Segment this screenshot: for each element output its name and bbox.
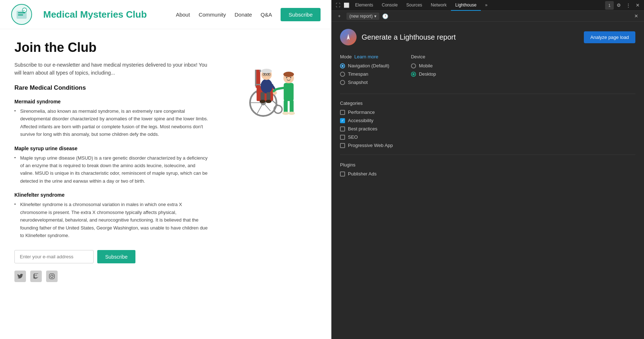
category-pwa[interactable]: Progressive Web App: [340, 143, 635, 148]
svg-point-44: [282, 112, 289, 115]
plugin-publisher-ads[interactable]: Publisher Ads: [340, 171, 635, 177]
rare-conditions-heading: Rare Medical Conditions: [14, 84, 209, 92]
categories-section: Categories Performance Accessibility Bes…: [340, 101, 635, 148]
email-input[interactable]: [14, 250, 94, 263]
condition-title-3: Klinefelter syndrome: [14, 192, 209, 198]
devtools-panel: ⛶ ⬜ Elements Console Sources Network Lig…: [331, 0, 644, 339]
nav-community[interactable]: Community: [198, 12, 226, 18]
mode-snapshot[interactable]: Snapshot: [340, 80, 389, 85]
instagram-icon[interactable]: [46, 271, 58, 282]
tab-more[interactable]: »: [481, 0, 492, 11]
nav-subscribe-button[interactable]: Subscribe: [281, 8, 321, 21]
condition-desc-1: Sirenomelia, also known as mermaid syndr…: [14, 107, 209, 138]
category-best-practices-checkbox[interactable]: [340, 126, 345, 131]
mode-navigation-radio[interactable]: [340, 63, 345, 68]
device-mobile[interactable]: Mobile: [411, 63, 436, 68]
device-radio-group: Mobile Desktop: [411, 63, 436, 77]
category-accessibility[interactable]: Accessibility: [340, 118, 635, 123]
category-best-practices[interactable]: Best practices: [340, 126, 635, 131]
category-seo-checkbox[interactable]: [340, 135, 345, 140]
tab-network[interactable]: Network: [426, 0, 451, 11]
svg-point-28: [268, 74, 269, 75]
tab-lighthouse[interactable]: Lighthouse: [451, 0, 481, 11]
learn-more-link[interactable]: Learn more: [354, 54, 378, 59]
site-content: Join the Club Subscribe to our e-newslet…: [0, 29, 331, 296]
website-preview: + Medical Mysteries Club About Community…: [0, 0, 331, 339]
categories-label: Categories: [340, 101, 635, 106]
hero-image: [216, 40, 317, 121]
plugins-label: Plugins: [340, 162, 635, 168]
svg-point-35: [260, 100, 266, 103]
devtools-settings-icon[interactable]: ⚙: [614, 1, 623, 10]
plugin-publisher-ads-checkbox[interactable]: [340, 171, 345, 177]
svg-rect-6: [49, 274, 54, 279]
devtools-close-icon[interactable]: ✕: [633, 1, 642, 10]
plugins-checkbox-group: Publisher Ads: [340, 171, 635, 177]
twitter-icon[interactable]: [14, 271, 26, 282]
svg-point-24: [261, 79, 273, 93]
devtools-tabbar: ⛶ ⬜ Elements Console Sources Network Lig…: [331, 0, 644, 11]
devtools-more-icon[interactable]: ⋮: [624, 1, 632, 10]
hero-section: Join the Club Subscribe to our e-newslet…: [14, 40, 317, 282]
tab-elements[interactable]: Elements: [351, 0, 377, 11]
hero-text: Join the Club Subscribe to our e-newslet…: [14, 40, 209, 282]
join-title: Join the Club: [14, 40, 209, 55]
device-desktop[interactable]: Desktop: [411, 71, 436, 77]
svg-line-16: [257, 103, 263, 113]
lh-logo-title: Generate a Lighthouse report: [340, 29, 456, 45]
category-performance-checkbox[interactable]: [340, 110, 345, 115]
lh-header: Generate a Lighthouse report Analyze pag…: [340, 29, 635, 45]
history-icon[interactable]: 🕐: [382, 13, 388, 19]
mode-snapshot-radio[interactable]: [340, 80, 345, 85]
category-pwa-checkbox[interactable]: [340, 143, 345, 148]
nav-about[interactable]: About: [176, 12, 190, 18]
devtools-inspect-icon[interactable]: ⬜: [342, 1, 351, 10]
analyze-page-load-button[interactable]: Analyze page load: [584, 31, 635, 43]
add-report-icon[interactable]: +: [335, 12, 344, 21]
svg-rect-42: [284, 100, 288, 113]
condition-title-2: Maple syrup urine disease: [14, 146, 209, 151]
plugins-section: Plugins Publisher Ads: [340, 162, 635, 177]
tab-console[interactable]: Console: [377, 0, 402, 11]
lighthouse-title: Generate a Lighthouse report: [362, 33, 456, 41]
mode-timespan-radio[interactable]: [340, 72, 345, 77]
site-logo-icon: +: [11, 4, 32, 25]
category-accessibility-checkbox[interactable]: [340, 118, 345, 123]
nav-donate[interactable]: Donate: [234, 12, 252, 18]
svg-rect-43: [290, 100, 294, 113]
condition-desc-2: Maple syrup urine disease (MSUD) is a ra…: [14, 154, 209, 185]
report-select[interactable]: (new report) ▾: [346, 13, 379, 20]
device-section: Device Mobile Desktop: [411, 54, 436, 85]
subscribe-form: Subscribe: [14, 250, 209, 263]
join-description: Subscribe to our e-newsletter and have m…: [14, 61, 209, 77]
nav-qa[interactable]: Q&A: [261, 12, 272, 18]
svg-point-41: [290, 77, 291, 79]
nav-links: About Community Donate Q&A Subscribe: [176, 8, 321, 21]
device-mobile-radio[interactable]: [411, 63, 416, 68]
form-subscribe-button[interactable]: Subscribe: [97, 250, 135, 263]
category-seo[interactable]: SEO: [340, 134, 635, 140]
condition-title-1: Mermaid syndrome: [14, 99, 209, 104]
lighthouse-logo-icon: [340, 29, 357, 45]
mode-timespan[interactable]: Timespan: [340, 71, 389, 77]
svg-line-15: [263, 103, 270, 111]
svg-point-45: [289, 112, 295, 115]
category-performance[interactable]: Performance: [340, 110, 635, 115]
svg-point-36: [265, 100, 272, 103]
tab-sources[interactable]: Sources: [402, 0, 426, 11]
svg-point-40: [286, 77, 287, 79]
device-label: Device: [411, 54, 436, 59]
devtools-secondbar: + (new report) ▾ 🕐 ✕: [331, 11, 644, 22]
lh-divider-1: [340, 94, 635, 94]
svg-rect-37: [284, 83, 294, 101]
mode-navigation[interactable]: Navigation (Default): [340, 63, 389, 68]
devtools-badge-icon[interactable]: 1: [605, 1, 614, 10]
lh-settings-row: Mode Learn more Navigation (Default) Tim…: [340, 54, 635, 85]
twitch-icon[interactable]: [30, 271, 42, 282]
close-panel-icon[interactable]: ✕: [632, 12, 640, 21]
devtools-pointer-icon[interactable]: ⛶: [334, 1, 342, 10]
svg-point-7: [51, 275, 53, 278]
mode-label: Mode Learn more: [340, 54, 389, 59]
device-desktop-radio[interactable]: [411, 72, 416, 77]
svg-text:+: +: [23, 9, 25, 12]
